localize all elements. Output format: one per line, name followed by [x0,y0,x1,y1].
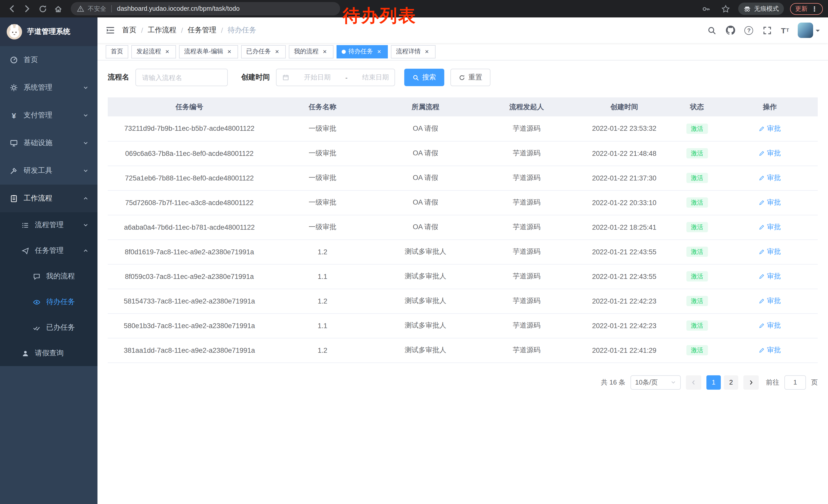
help-icon[interactable]: ? [745,26,753,35]
approve-link[interactable]: 审批 [759,296,781,306]
reset-button[interactable]: 重置 [450,69,490,86]
browser-actions: 无痕模式 更新 ⋮ [699,2,823,15]
back-icon[interactable] [5,2,18,15]
sidebar-item-process-mgmt[interactable]: 流程管理 [0,212,97,238]
sidebar-item-label: 流程管理 [35,221,64,230]
cell-task-id: 8f059c03-7ac8-11ec-a9e2-a2380e71991a [108,264,271,289]
font-size-icon[interactable]: TT [781,25,789,35]
incognito-badge: 无痕模式 [738,3,784,15]
tab[interactable]: 我的流程 × [289,45,333,58]
screenshot-root: 不安全 dashboard.yudao.iocoder.cn/bpm/task/… [0,0,828,504]
tab[interactable]: 流程详情 × [391,45,436,58]
dashboard-icon [9,55,18,64]
chevron-down-icon [83,85,88,90]
sidebar-item-home[interactable]: 首页 [0,46,97,74]
avatar [798,22,813,38]
home-icon[interactable] [51,2,65,15]
sidebar-menu: 首页 系统管理 ¥ 支付管理 基础设施 [0,46,97,366]
breadcrumb-workflow[interactable]: 工作流程 [148,26,176,35]
close-icon[interactable]: × [376,48,383,55]
range-separator: - [345,74,347,81]
sidebar-item-infrastructure[interactable]: 基础设施 [0,129,97,157]
tab[interactable]: 发起流程 × [131,45,176,58]
breadcrumb-separator: / [181,26,183,34]
close-icon[interactable]: × [226,48,233,55]
sidebar-item-todo-tasks[interactable]: 待办任务 [0,289,97,315]
next-page-button[interactable] [743,375,759,390]
process-name-label: 流程名 [108,73,129,82]
incognito-label: 无痕模式 [754,4,779,13]
tab[interactable]: 首页 [106,45,128,58]
approve-link[interactable]: 审批 [759,149,781,158]
search-button[interactable]: 搜索 [404,69,444,86]
search-icon[interactable] [707,25,717,35]
cell-task-id: 069c6a63-7b8a-11ec-8ef0-acde48001122 [108,141,271,166]
cell-task-id: 580e1b3d-7ac8-11ec-a9e2-a2380e71991a [108,313,271,338]
table-row: 8f0d1619-7ac8-11ec-a9e2-a2380e71991a 1.2… [108,239,818,264]
page-button[interactable]: 2 [724,375,738,390]
sidebar: 芋道管理系统 首页 系统管理 ¥ 支付管理 [0,17,97,504]
sidebar-item-done-tasks[interactable]: 已办任务 [0,315,97,340]
chevron-up-icon [83,196,88,201]
browser-update-button[interactable]: 更新 ⋮ [790,3,823,15]
forward-icon[interactable] [20,2,34,15]
sidebar-item-my-process[interactable]: 我的流程 [0,264,97,289]
status-badge: 激活 [686,320,708,331]
process-name-input[interactable] [135,69,228,86]
column-header: 状态 [672,97,722,117]
approve-link[interactable]: 审批 [759,223,781,232]
prev-page-button[interactable] [686,375,701,390]
bookmark-star-icon[interactable] [719,2,732,15]
breadcrumb-home[interactable]: 首页 [122,26,136,35]
date-range-picker[interactable]: 开始日期 - 结束日期 [276,69,395,86]
table-row: a6aba0a4-7b6d-11ec-b781-acde48001122 一级审… [108,215,818,239]
approve-link[interactable]: 审批 [759,346,781,355]
app-logo[interactable]: 芋道管理系统 [0,17,97,46]
sidebar-item-workflow[interactable]: 工作流程 [0,185,97,212]
pen-icon [759,298,765,304]
approve-link[interactable]: 审批 [759,321,781,330]
cell-action: 审批 [722,166,818,190]
approve-link[interactable]: 审批 [759,272,781,281]
address-bar[interactable]: 不安全 dashboard.yudao.iocoder.cn/bpm/task/… [71,2,340,15]
tab[interactable]: 流程表单-编辑 × [179,45,238,58]
approve-link[interactable]: 审批 [759,173,781,183]
chat-icon [32,272,41,281]
hamburger-icon[interactable] [106,26,115,35]
key-icon[interactable] [699,2,713,15]
column-header: 任务名称 [271,97,374,117]
pagination: 共 16 条 10条/页 12 前往 页 [108,375,818,390]
cell-action: 审批 [722,190,818,215]
breadcrumb-separator: / [221,26,223,34]
close-icon[interactable]: × [321,48,328,55]
approve-link[interactable]: 审批 [759,247,781,256]
approve-link[interactable]: 审批 [759,124,781,133]
sidebar-item-system-mgmt[interactable]: 系统管理 [0,74,97,101]
pen-icon [759,175,765,181]
page-button[interactable]: 1 [706,375,721,390]
reload-icon[interactable] [36,2,49,15]
close-icon[interactable]: × [164,48,171,55]
user-avatar[interactable] [798,22,820,38]
sidebar-item-dev-tools[interactable]: 研发工具 [0,157,97,185]
cell-task-id: 58154733-7ac8-11ec-a9e2-a2380e71991a [108,289,271,313]
status-badge: 激活 [686,173,708,183]
github-icon[interactable] [726,25,736,35]
breadcrumb-task-mgmt[interactable]: 任务管理 [188,26,216,35]
goto-page-input[interactable] [784,375,806,390]
status-badge: 激活 [686,148,708,158]
sidebar-item-task-mgmt[interactable]: 任务管理 [0,238,97,264]
chevron-down-icon [83,113,88,118]
menu-dots-icon[interactable]: ⋮ [811,5,818,12]
fullscreen-icon[interactable] [762,25,772,35]
close-icon[interactable]: × [423,48,430,55]
tab[interactable]: 已办任务 × [241,45,286,58]
monitor-icon [9,138,18,148]
page-size-select[interactable]: 10条/页 [630,375,681,390]
close-icon[interactable]: × [274,48,281,55]
table-row: 381aa1dd-7ac8-11ec-a9e2-a2380e71991a 1.2… [108,338,818,363]
approve-link[interactable]: 审批 [759,198,781,207]
sidebar-item-leave-query[interactable]: 请假查询 [0,340,97,366]
tab[interactable]: 待办任务 × [336,45,388,58]
sidebar-item-payment-mgmt[interactable]: ¥ 支付管理 [0,101,97,129]
